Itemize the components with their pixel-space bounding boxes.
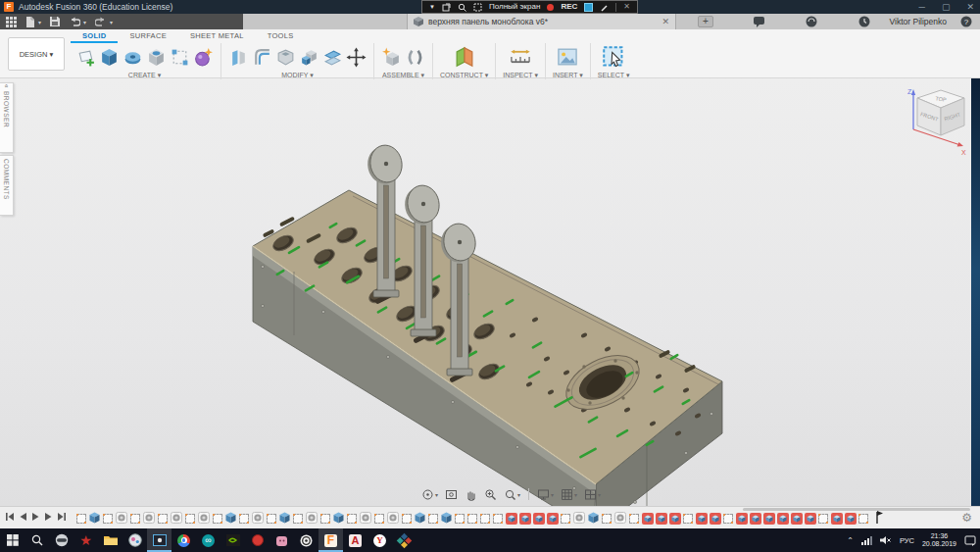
minimize-button[interactable]: ─ [919,2,925,12]
group-label-create[interactable]: CREATE ▾ [128,72,161,79]
select-icon[interactable] [601,44,626,70]
hole-icon[interactable] [146,47,167,68]
group-label-inspect[interactable]: INSPECT ▾ [503,72,538,79]
offset-face-icon[interactable] [322,47,343,68]
group-label-assemble[interactable]: ASSEMBLE ▾ [382,72,424,79]
new-tab-button[interactable]: + [698,16,713,27]
timeline-feature-error[interactable] [533,513,545,525]
timeline-feature-sketch[interactable] [213,514,222,524]
create-form-icon[interactable] [193,47,214,68]
timeline-feature-feature[interactable] [387,510,399,527]
pan-icon[interactable] [463,487,479,502]
red-star-app-icon[interactable]: ★ [74,528,98,552]
timeline-feature-error[interactable] [669,513,681,525]
round-app-icon[interactable] [49,528,74,552]
timeline-feature-sketch[interactable] [683,514,693,524]
timeline-feature-sketch[interactable] [629,514,639,524]
rectangular-pattern-icon[interactable] [170,47,190,68]
close-button[interactable]: ✕ [966,2,974,12]
timeline-feature-error[interactable] [845,513,857,525]
joint-icon[interactable] [405,47,425,68]
fullscreen-label[interactable]: Полный экран [489,1,540,13]
go-to-end-button[interactable] [57,512,67,522]
timeline-feature-sketch[interactable] [561,514,570,524]
save-icon[interactable] [50,17,60,26]
file-icon[interactable] [25,17,35,27]
go-to-start-button[interactable] [5,512,15,522]
extensions-icon[interactable] [806,16,818,27]
construct-plane-icon[interactable] [452,44,477,70]
timeline-feature-error[interactable] [831,513,843,525]
fusion360-icon[interactable]: F [318,528,343,552]
screen-recorder-icon[interactable] [147,528,172,552]
timeline-feature-extrude[interactable] [441,510,452,527]
timeline-feature-sketch[interactable] [347,514,357,524]
timeline-position-marker[interactable] [873,510,883,528]
maximize-button[interactable]: ▢ [942,2,951,12]
language-indicator[interactable]: РУС [900,536,914,545]
fit-icon[interactable]: ▾ [502,487,522,502]
group-label-select[interactable]: SELECT ▾ [598,72,630,79]
group-label-insert[interactable]: INSERT ▾ [553,72,583,79]
collapse-icon[interactable]: « [3,84,10,88]
app-grid-icon[interactable] [6,17,17,27]
browser-panel-label[interactable]: BROWSER [3,91,10,127]
timeline-feature-sketch[interactable] [130,514,140,524]
hidden-icons-chevron[interactable]: ⌃ [847,536,854,545]
job-status-icon[interactable] [858,16,871,27]
timeline-feature-sketch[interactable] [185,514,195,524]
timeline-feature-error[interactable] [519,513,531,525]
window-capture-icon[interactable] [442,3,451,12]
group-label-modify[interactable]: MODIFY ▾ [281,72,314,79]
shell-icon[interactable] [275,47,296,68]
timeline-feature-error[interactable] [547,513,559,525]
tab-surface[interactable]: SURFACE [118,31,178,43]
timeline-feature-extrude[interactable] [279,510,290,527]
pencil-icon[interactable] [600,3,609,12]
timeline-feature-sketch[interactable] [267,514,276,524]
timeline-feature-feature[interactable] [198,510,210,527]
region-icon[interactable] [473,3,482,12]
timeline-feature-sketch[interactable] [320,514,330,524]
step-back-button[interactable] [19,512,27,522]
kicad-icon[interactable] [392,528,416,552]
grid-snaps-icon[interactable]: ▾ [559,487,579,502]
timeline-feature-extrude[interactable] [225,510,236,527]
workspace-selector[interactable]: DESIGN ▾ [8,37,65,71]
timeline-feature-sketch[interactable] [858,514,868,524]
timeline-feature-sketch[interactable] [402,514,412,524]
timeline-feature-error[interactable] [736,513,748,525]
timeline-feature-sketch[interactable] [493,514,503,524]
timeline-feature-error[interactable] [656,513,667,525]
timeline-feature-sketch[interactable] [723,514,733,524]
timeline-feature-error[interactable] [506,513,517,525]
magnifier-icon[interactable] [458,3,466,12]
action-center-icon[interactable] [964,535,976,546]
timeline-feature-extrude[interactable] [588,510,599,527]
comments-panel-label[interactable]: COMMENTS [3,159,10,200]
undo-icon[interactable] [69,17,80,26]
timeline-feature-sketch[interactable] [103,514,113,524]
orbit-icon[interactable]: ▾ [419,487,440,502]
arduino-icon[interactable]: ∞ [196,528,220,552]
3d-model-canvas[interactable] [0,78,980,506]
tab-solid[interactable]: SOLID [71,31,118,43]
timeline-feature-sketch[interactable] [158,514,168,524]
close-icon[interactable]: ✕ [623,1,630,13]
fillet-icon[interactable] [252,47,272,68]
step-forward-button[interactable] [44,512,53,522]
pink-app-icon[interactable] [270,528,294,552]
start-button[interactable] [0,528,24,552]
comment-icon[interactable] [753,16,765,27]
3d-viewport[interactable]: « BROWSER COMMENTS Z X TOP FRONT RIGHT ▾… [0,78,980,506]
timeline-feature-sketch[interactable] [455,514,465,524]
camera-box-icon[interactable] [584,3,593,12]
timeline-feature-feature[interactable] [573,510,585,527]
timeline-feature-error[interactable] [642,513,654,525]
search-button[interactable] [24,528,49,552]
autocad-icon[interactable]: A [343,528,368,552]
timeline-feature-sketch[interactable] [602,514,612,524]
display-settings-icon[interactable]: ▾ [535,487,556,502]
timeline-feature-extrude[interactable] [333,510,344,527]
measure-icon[interactable] [508,44,533,70]
